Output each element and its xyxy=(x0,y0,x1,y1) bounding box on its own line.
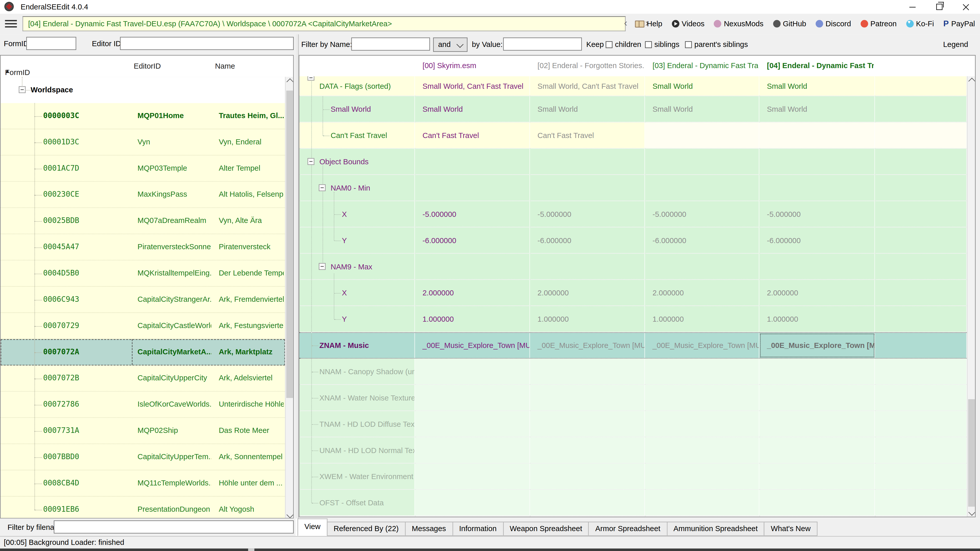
grid-column-header[interactable]: [04] Enderal - Dynamic Fast Trav... xyxy=(767,61,874,70)
grid-cell-value[interactable] xyxy=(645,149,759,174)
link-help[interactable]: Help xyxy=(635,19,662,28)
tab-messages[interactable]: Messages xyxy=(405,522,453,536)
grid-row[interactable]: Y-6.000000-6.000000-6.000000-6.000000 xyxy=(299,227,967,254)
grid-cell-label[interactable]: NAM9 - Max xyxy=(299,254,415,279)
grid-cell-value[interactable]: 1.000000 xyxy=(415,306,530,332)
grid-row[interactable]: NNAM - Canopy Shadow (un... xyxy=(299,359,967,385)
grid-cell-value[interactable]: _00E_Music_Explore_Town [MUS... xyxy=(415,333,530,358)
grid-cell-value[interactable] xyxy=(530,149,645,174)
record-path-breadcrumb[interactable]: [04] Enderal - Dynamic Fast Travel-DEU.e… xyxy=(22,16,625,32)
grid-cell-value[interactable]: -5.000000 xyxy=(530,201,645,227)
grid-row[interactable]: Can't Fast TravelCan't Fast TravelCan't … xyxy=(299,122,967,149)
grid-cell-value[interactable] xyxy=(645,490,759,515)
grid-cell-value[interactable] xyxy=(645,254,759,279)
close-button[interactable] xyxy=(953,0,979,14)
grid-cell-value[interactable] xyxy=(645,385,759,410)
grid-cell-value[interactable] xyxy=(759,359,875,384)
grid-cell-value[interactable] xyxy=(759,122,875,148)
grid-row[interactable]: Object Bounds xyxy=(299,149,967,175)
grid-cell-value[interactable]: Small World xyxy=(759,96,875,122)
tree-header-editorid[interactable]: EditorID xyxy=(134,62,161,70)
tree-row[interactable]: 0007072BCapitalCityUpperCityArk, Adelsvi… xyxy=(0,365,285,392)
grid-column-header[interactable]: [02] Enderal - Forgotten Stories.esm xyxy=(538,61,644,70)
link-paypal[interactable]: PPayPal xyxy=(943,19,975,28)
tree-row-worldspace[interactable]: Worldspace xyxy=(0,77,285,103)
tree-scrollbar[interactable] xyxy=(285,77,293,518)
tree-row[interactable]: 00025BDBMQ07aDreamRealmVyn, Alte Ära xyxy=(0,208,285,234)
grid-cell-value[interactable]: -5.000000 xyxy=(759,201,875,227)
grid-cell-label[interactable]: X xyxy=(299,280,415,305)
grid-row[interactable]: UNAM - HD LOD Normal Tex... xyxy=(299,437,967,464)
grid-cell-label[interactable]: Small World xyxy=(299,96,415,122)
collapse-icon[interactable] xyxy=(19,86,25,93)
tree-row[interactable]: 0004D5B0MQKristalltempelEing...Der Leben… xyxy=(0,260,285,287)
filter-operator-select[interactable]: and xyxy=(433,38,468,52)
tree-row[interactable]: 0007BBD0CapitalCityUpperTem...Ark, Sonne… xyxy=(0,444,285,470)
editorid-filter-input[interactable] xyxy=(120,37,294,50)
grid-cell-value[interactable] xyxy=(415,359,530,384)
grid-row[interactable]: X-5.000000-5.000000-5.000000-5.000000 xyxy=(299,201,967,227)
grid-cell-value[interactable]: 2.000000 xyxy=(415,280,530,305)
grid-cell-value[interactable] xyxy=(645,411,759,437)
grid-cell-value[interactable]: Small World, Can't Fast Travel xyxy=(415,76,530,96)
grid-cell-value[interactable]: 2.000000 xyxy=(645,280,759,305)
tree-row[interactable]: 000230CEMaxKingsPassAlt Hatolis, Felsenp… xyxy=(0,182,285,208)
tab-information[interactable]: Information xyxy=(452,522,504,536)
grid-cell-value[interactable]: Can't Fast Travel xyxy=(530,122,645,148)
tab-what-s-new[interactable]: What's New xyxy=(764,522,818,536)
panel-splitter[interactable] xyxy=(296,35,299,519)
tree-row[interactable]: 00072786IsleOfKorCaveWorlds...Unterirdis… xyxy=(0,392,285,418)
grid-row[interactable]: XWEM - Water Environment ... xyxy=(299,464,967,490)
grid-cell-value[interactable] xyxy=(530,490,645,515)
link-discord[interactable]: Discord xyxy=(816,19,851,28)
tab-ammunition-spreadsheet[interactable]: Ammunition Spreadsheet xyxy=(667,522,765,536)
tree-row[interactable]: 00045A47PiratenversteckSonne...Piratenve… xyxy=(0,234,285,260)
grid-cell-value[interactable]: _00E_Music_Explore_Town [M... xyxy=(759,333,875,358)
tree-header-name[interactable]: Name xyxy=(215,62,235,70)
grid-cell-value[interactable] xyxy=(530,437,645,463)
grid-cell-value[interactable] xyxy=(530,359,645,384)
grid-cell-value[interactable] xyxy=(530,175,645,200)
grid-cell-value[interactable] xyxy=(415,385,530,410)
grid-cell-value[interactable] xyxy=(759,490,875,515)
keep-children-checkbox[interactable] xyxy=(606,41,612,48)
grid-cell-label[interactable]: XNAM - Water Noise Texture xyxy=(299,385,415,410)
grid-row[interactable]: XNAM - Water Noise Texture xyxy=(299,385,967,411)
collapse-icon[interactable] xyxy=(319,184,326,191)
tab-view[interactable]: View xyxy=(298,519,328,536)
tree-row[interactable]: 0008CB4DMQ11cTempleWorlds...Höhle unter … xyxy=(0,470,285,497)
link-patreon[interactable]: Patreon xyxy=(860,19,897,28)
filename-filter-input[interactable] xyxy=(54,520,294,534)
grid-row[interactable]: X2.0000002.0000002.0000002.000000 xyxy=(299,280,967,306)
keep-parents-siblings-checkbox[interactable] xyxy=(685,41,692,48)
grid-cell-value[interactable] xyxy=(759,254,875,279)
grid-cell-label[interactable]: Object Bounds xyxy=(299,149,415,174)
grid-cell-label[interactable]: NAM0 - Min xyxy=(299,175,415,200)
grid-cell-label[interactable]: Y xyxy=(299,227,415,253)
grid-cell-value[interactable] xyxy=(645,464,759,489)
link-github[interactable]: GitHub xyxy=(773,19,806,28)
grid-row[interactable]: OFST - Offset Data xyxy=(299,490,967,516)
grid-cell-value[interactable]: -5.000000 xyxy=(415,201,530,227)
grid-cell-value[interactable]: 1.000000 xyxy=(645,306,759,332)
grid-cell-value[interactable] xyxy=(645,359,759,384)
grid-cell-value[interactable] xyxy=(415,411,530,437)
grid-cell-value[interactable] xyxy=(759,385,875,410)
grid-row[interactable]: Small WorldSmall WorldSmall WorldSmall W… xyxy=(299,96,967,122)
grid-cell-label[interactable]: DATA - Flags (sorted) xyxy=(299,76,415,96)
grid-cell-value[interactable]: Small World, Can't Fast Travel xyxy=(530,76,645,96)
grid-row[interactable]: Y1.0000001.0000001.0000001.000000 xyxy=(299,306,967,332)
tree-row[interactable]: 00070729CapitalCityCastleWorldArk, Festu… xyxy=(0,313,285,339)
grid-cell-value[interactable] xyxy=(759,464,875,489)
grid-cell-value[interactable] xyxy=(759,437,875,463)
tree-row[interactable]: 0001AC7DMQP03TempleAlter Tempel xyxy=(0,156,285,182)
grid-cell-label[interactable]: X xyxy=(299,201,415,227)
grid-cell-value[interactable]: 1.000000 xyxy=(530,306,645,332)
formid-filter-input[interactable] xyxy=(26,37,76,50)
filter-by-name-input[interactable] xyxy=(351,38,430,51)
grid-row[interactable]: NAM0 - Min xyxy=(299,175,967,201)
grid-cell-value[interactable] xyxy=(530,464,645,489)
collapse-icon[interactable] xyxy=(307,76,314,81)
grid-cell-value[interactable]: 2.000000 xyxy=(530,280,645,305)
grid-cell-value[interactable]: -5.000000 xyxy=(645,201,759,227)
